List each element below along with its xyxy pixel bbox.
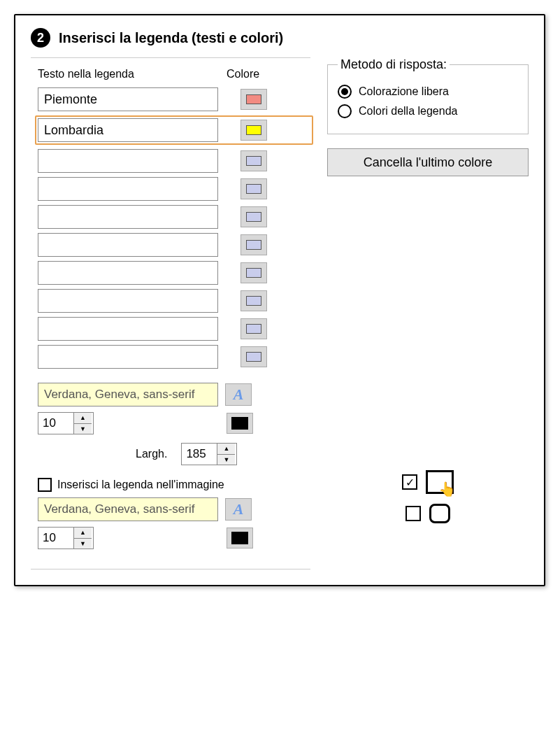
font-color-swatch-1 (231, 417, 248, 430)
radio-option[interactable]: Colorazione libera (338, 85, 518, 99)
delete-last-color-button[interactable]: Cancella l'ultimo colore (327, 148, 529, 176)
right-column: Metodo di risposta: Colorazione liberaCo… (327, 57, 529, 523)
legend-row (38, 149, 310, 173)
legend-text-input[interactable] (38, 317, 218, 341)
font-size-spinner-1[interactable]: ▲ ▼ (38, 412, 94, 434)
legend-text-input[interactable] (38, 205, 218, 229)
legend-row (38, 289, 310, 313)
radio-label: Colori della legenda (359, 105, 457, 118)
response-method-group: Metodo di risposta: Colorazione liberaCo… (327, 57, 529, 134)
legend-row (38, 87, 310, 111)
width-row: Largh. ▲ ▼ (38, 443, 310, 465)
legend-text-input[interactable] (38, 345, 218, 369)
color-swatch-icon (246, 296, 261, 306)
legend-row (38, 177, 310, 201)
insert-in-image-row[interactable]: Inserisci la legenda nell'immagine (38, 478, 310, 492)
font-row-2: A (38, 497, 310, 521)
color-swatch-icon (246, 212, 261, 222)
radio-label: Colorazione libera (359, 85, 449, 98)
step-number-badge: 2 (31, 28, 50, 48)
section-title-text: Inserisci la legenda (testi e colori) (59, 30, 283, 46)
legend-color-button[interactable] (240, 178, 267, 199)
legend-row (35, 115, 313, 145)
legend-row (38, 205, 310, 229)
toggle-row-2 (405, 504, 450, 523)
font-color-swatch-2 (231, 532, 248, 544)
toggle-checkbox-2[interactable] (405, 506, 421, 521)
font-size-row-1: ▲ ▼ (38, 412, 310, 434)
font-color-button-2[interactable] (227, 528, 253, 549)
legend-text-input[interactable] (38, 177, 218, 201)
legend-color-button[interactable] (240, 89, 267, 110)
font-size-spinner-2[interactable]: ▲ ▼ (38, 527, 94, 549)
spinner-down-icon[interactable]: ▼ (217, 455, 235, 465)
header-text: Testo nella legenda (38, 68, 227, 80)
radio-option[interactable]: Colori della legenda (338, 104, 518, 118)
legend-row (38, 345, 310, 369)
hand-cursor-icon: 👆 (438, 481, 456, 497)
legend-text-input[interactable] (38, 149, 218, 173)
legend-color-button[interactable] (240, 120, 267, 141)
click-preview-icon: 👆 (426, 470, 454, 494)
spinner-down-icon[interactable]: ▼ (74, 539, 92, 549)
insert-in-image-checkbox[interactable] (38, 478, 52, 492)
legend-row (38, 233, 310, 257)
legend-panel: 2 Inserisci la legenda (testi e colori) … (14, 14, 545, 586)
font-family-input-1[interactable] (38, 383, 218, 406)
width-label: Largh. (136, 448, 167, 460)
legend-row (38, 317, 310, 341)
color-swatch-icon (246, 240, 261, 250)
font-row-1: A (38, 383, 310, 406)
spinner-up-icon[interactable]: ▲ (74, 413, 92, 424)
font-color-button-1[interactable] (227, 413, 253, 434)
toggle-area: 👆 (327, 470, 529, 523)
color-swatch-icon (246, 94, 261, 104)
legend-color-button[interactable] (240, 290, 267, 311)
spinner-down-icon[interactable]: ▼ (74, 424, 92, 434)
font-size-row-2: ▲ ▼ (38, 527, 310, 549)
color-swatch-icon (246, 156, 261, 166)
header-color: Colore (227, 68, 282, 80)
legend-row (38, 261, 310, 285)
color-swatch-icon (246, 184, 261, 194)
width-spinner[interactable]: ▲ ▼ (181, 443, 237, 465)
legend-text-input[interactable] (38, 87, 218, 111)
color-swatch-icon (246, 268, 261, 278)
legend-editor-column: Testo nella legenda Colore A ▲ ▼ (31, 57, 310, 569)
spinner-up-icon[interactable]: ▲ (74, 528, 92, 539)
column-headers: Testo nella legenda Colore (38, 68, 310, 80)
width-input[interactable] (182, 444, 217, 465)
font-size-input-2[interactable] (38, 528, 73, 549)
color-swatch-icon (246, 324, 261, 334)
spinner-up-icon[interactable]: ▲ (217, 444, 235, 455)
legend-color-button[interactable] (240, 262, 267, 283)
legend-text-input[interactable] (38, 233, 218, 257)
toggle-checkbox-1[interactable] (402, 474, 417, 490)
legend-text-input[interactable] (38, 289, 218, 313)
legend-text-input[interactable] (38, 118, 218, 142)
font-size-input-1[interactable] (38, 413, 73, 434)
font-picker-button-2[interactable]: A (225, 498, 252, 521)
radio-button[interactable] (338, 85, 352, 99)
insert-in-image-label: Inserisci la legenda nell'immagine (57, 479, 224, 491)
toggle-row-1: 👆 (402, 470, 454, 494)
font-family-input-2[interactable] (38, 497, 218, 521)
color-swatch-icon (246, 125, 261, 135)
response-method-legend: Metodo di risposta: (338, 57, 450, 72)
legend-color-button[interactable] (240, 234, 267, 255)
legend-text-input[interactable] (38, 261, 218, 285)
section-header: 2 Inserisci la legenda (testi e colori) (31, 28, 529, 48)
font-picker-button-1[interactable]: A (225, 383, 252, 406)
legend-color-button[interactable] (240, 206, 267, 227)
color-swatch-icon (246, 352, 261, 362)
legend-color-button[interactable] (240, 318, 267, 339)
legend-color-button[interactable] (240, 150, 267, 171)
legend-color-button[interactable] (240, 346, 267, 367)
radio-button[interactable] (338, 104, 352, 118)
rounded-preview-icon (429, 504, 450, 523)
